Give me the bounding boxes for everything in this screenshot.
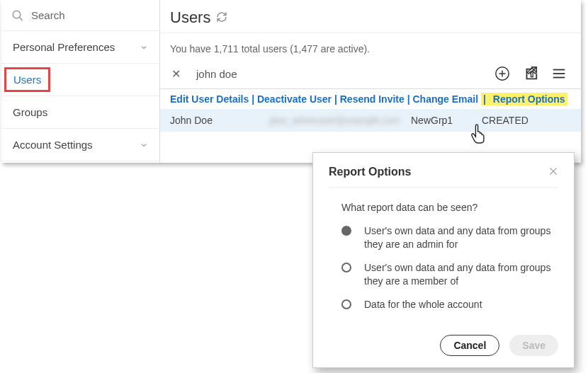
filter-input[interactable]: john doe <box>196 68 494 80</box>
radio-option-2[interactable] <box>341 263 351 272</box>
radio-label-1: User's own data and any data from groups… <box>364 224 558 251</box>
radio-option-3[interactable] <box>341 299 351 309</box>
svg-line-1 <box>19 17 23 21</box>
search-placeholder: Search <box>31 9 65 21</box>
report-options-link[interactable]: Report Options <box>491 93 567 105</box>
export-icon[interactable] <box>523 66 538 81</box>
user-name-cell: John Doe <box>170 115 269 126</box>
dialog-question: What report data can be seen? <box>341 202 558 213</box>
menu-icon[interactable] <box>551 66 567 81</box>
page-title: Users <box>170 8 210 27</box>
search-input[interactable]: Search <box>1 0 159 31</box>
chevron-down-icon <box>140 141 148 149</box>
clear-filter-button[interactable]: ✕ <box>171 67 181 81</box>
sidebar-item-label: Groups <box>13 106 47 118</box>
toolbar-icons <box>494 66 571 81</box>
svg-point-0 <box>13 11 21 18</box>
user-group-cell: NewGrp1 <box>411 115 482 126</box>
close-icon[interactable] <box>548 166 558 178</box>
sidebar-item-label: Users <box>4 67 50 92</box>
report-options-dialog: Report Options What report data can be s… <box>312 152 575 368</box>
search-icon <box>11 9 24 22</box>
users-count-text: You have 1,711 total users (1,477 are ac… <box>160 33 581 59</box>
sidebar-item-personal-preferences[interactable]: Personal Preferences <box>1 31 159 64</box>
dialog-title: Report Options <box>329 166 411 178</box>
main-content: Users You have 1,711 total users (1,477 … <box>160 0 581 163</box>
save-button: Save <box>509 335 558 356</box>
app-frame: Search Personal Preferences Users Groups… <box>1 0 581 163</box>
user-table-row[interactable]: John Doe jdoe_adminuser@example.com NewG… <box>160 109 581 132</box>
change-email-link[interactable]: Change Email <box>412 93 478 105</box>
add-user-button[interactable] <box>494 66 510 81</box>
radio-label-2: User's own data and any data from groups… <box>364 261 558 288</box>
sidebar: Search Personal Preferences Users Groups… <box>1 0 160 163</box>
sidebar-item-label: Personal Preferences <box>13 41 115 53</box>
sidebar-item-account-settings[interactable]: Account Settings <box>1 129 159 161</box>
deactivate-user-link[interactable]: Deactivate User <box>257 93 332 105</box>
user-email-cell: jdoe_adminuser@example.com <box>269 115 411 126</box>
edit-user-details-link[interactable]: Edit User Details <box>170 93 249 105</box>
sidebar-item-label: Account Settings <box>13 139 93 151</box>
refresh-icon[interactable] <box>216 11 227 25</box>
user-actions-row: Edit User Details | Deactivate User | Re… <box>160 89 581 109</box>
cancel-button[interactable]: Cancel <box>440 335 499 356</box>
page-title-row: Users <box>160 0 581 33</box>
user-status-cell: CREATED <box>482 115 567 126</box>
resend-invite-link[interactable]: Resend Invite <box>340 93 405 105</box>
chevron-down-icon <box>140 43 148 52</box>
radio-option-1[interactable] <box>341 226 351 236</box>
radio-label-3: Data for the whole account <box>364 298 482 311</box>
sidebar-item-users[interactable]: Users <box>1 64 159 96</box>
sidebar-item-groups[interactable]: Groups <box>1 96 159 129</box>
